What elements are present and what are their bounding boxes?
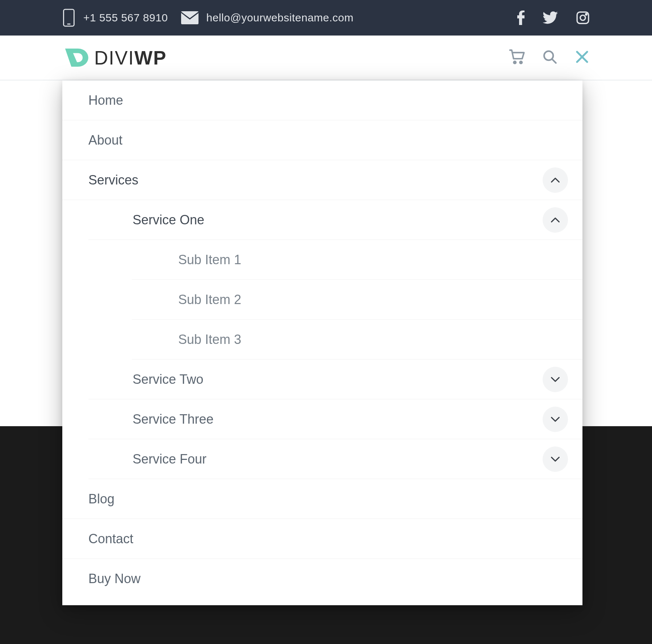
contact-info: +1 555 567 8910 hello@yourwebsitename.co…	[62, 8, 517, 27]
phone-contact[interactable]: +1 555 567 8910	[62, 8, 168, 27]
logo-mark-icon	[62, 43, 91, 72]
chevron-down-icon[interactable]	[543, 446, 568, 472]
phone-icon	[62, 8, 75, 27]
chevron-up-icon[interactable]	[543, 167, 568, 193]
menu-item-service-four[interactable]: Service Four	[88, 439, 582, 479]
menu-label-home: Home	[88, 93, 568, 108]
menu-label-contact: Contact	[88, 531, 568, 547]
menu-label-sub-3: Sub Item 3	[178, 332, 568, 347]
email-contact[interactable]: hello@yourwebsitename.com	[181, 11, 354, 24]
chevron-down-icon[interactable]	[543, 407, 568, 432]
menu-item-about[interactable]: About	[62, 120, 582, 160]
menu-label-service-four: Service Four	[133, 452, 543, 467]
phone-text: +1 555 567 8910	[83, 12, 168, 24]
svg-line-9	[552, 59, 556, 63]
site-logo[interactable]: DIVIWP	[62, 43, 167, 72]
email-text: hello@yourwebsitename.com	[206, 12, 354, 24]
main-header: DIVIWP	[0, 36, 652, 80]
logo-text-divi: DIVI	[94, 47, 134, 68]
menu-item-service-two[interactable]: Service Two	[88, 360, 582, 399]
cart-icon[interactable]	[509, 49, 525, 66]
menu-item-service-one[interactable]: Service One	[88, 200, 582, 240]
facebook-icon[interactable]	[517, 11, 524, 25]
menu-item-buy-now[interactable]: Buy Now	[62, 559, 582, 599]
mobile-menu-panel: Home About Services Service One Sub Item…	[62, 80, 582, 605]
svg-point-5	[586, 14, 587, 15]
chevron-down-icon[interactable]	[543, 367, 568, 392]
svg-point-7	[520, 61, 522, 63]
svg-rect-2	[181, 11, 198, 24]
menu-item-services[interactable]: Services	[62, 160, 582, 200]
menu-label-sub-1: Sub Item 1	[178, 252, 568, 267]
menu-label-sub-2: Sub Item 2	[178, 292, 568, 307]
menu-item-sub-2[interactable]: Sub Item 2	[132, 280, 582, 320]
menu-item-sub-3[interactable]: Sub Item 3	[132, 320, 582, 360]
instagram-icon[interactable]	[576, 11, 590, 25]
svg-point-6	[514, 61, 516, 63]
menu-item-blog[interactable]: Blog	[62, 479, 582, 519]
close-menu-icon[interactable]	[574, 49, 590, 66]
menu-item-service-three[interactable]: Service Three	[88, 399, 582, 439]
menu-item-home[interactable]: Home	[62, 80, 582, 120]
logo-text: DIVIWP	[94, 47, 167, 69]
svg-point-4	[580, 15, 585, 20]
menu-label-about: About	[88, 133, 568, 148]
header-actions	[509, 49, 590, 66]
social-links	[517, 11, 590, 25]
search-icon[interactable]	[543, 50, 557, 66]
email-icon	[181, 11, 198, 24]
menu-label-blog: Blog	[88, 491, 568, 507]
menu-item-contact[interactable]: Contact	[62, 519, 582, 559]
menu-label-service-one: Service One	[133, 212, 543, 228]
menu-item-sub-1[interactable]: Sub Item 1	[132, 240, 582, 280]
chevron-up-icon[interactable]	[543, 207, 568, 233]
menu-label-service-three: Service Three	[133, 412, 543, 427]
menu-label-buy-now: Buy Now	[88, 571, 568, 586]
twitter-icon[interactable]	[543, 11, 558, 24]
menu-label-service-two: Service Two	[133, 372, 543, 387]
menu-label-services: Services	[88, 173, 543, 188]
top-bar: +1 555 567 8910 hello@yourwebsitename.co…	[0, 0, 652, 36]
logo-text-wp: WP	[134, 47, 167, 68]
